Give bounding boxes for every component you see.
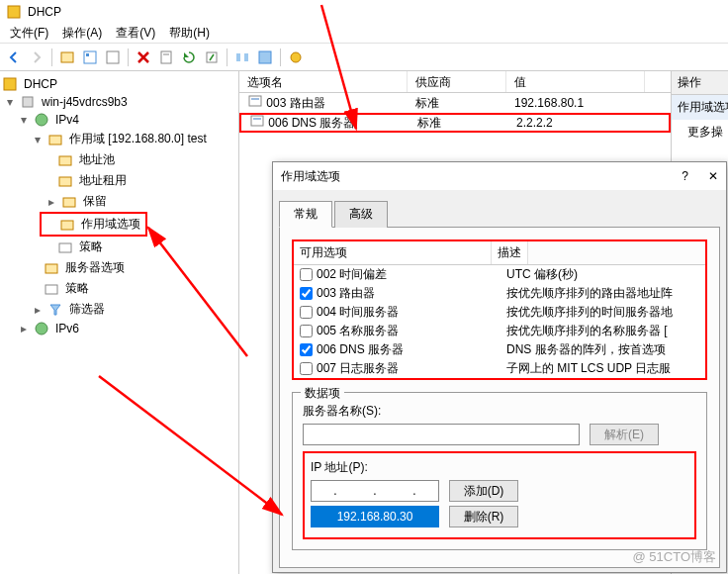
option-label: 007 日志服务器 [317, 360, 502, 377]
option-desc: 按优先顺序排列的路由器地址阵 [506, 285, 673, 302]
list-header: 选项名 供应商 值 [239, 71, 671, 93]
option-icon [247, 94, 263, 110]
tree-ipv6[interactable]: IPv6 [53, 321, 81, 336]
svg-rect-9 [244, 53, 248, 61]
tree-reservations[interactable]: 保留 [81, 192, 109, 211]
option-checkbox[interactable] [300, 287, 313, 300]
tab-strip: 常规 高级 [279, 200, 720, 228]
tree-scopeoptions[interactable]: 作用域选项 [79, 215, 142, 234]
actions-item2[interactable]: 更多操 [672, 120, 728, 144]
scope-icon [47, 132, 63, 147]
toolbar-icon-2[interactable] [80, 48, 100, 67]
svg-rect-13 [23, 97, 33, 107]
col-value[interactable]: 值 [506, 71, 645, 92]
option-checkbox[interactable] [300, 362, 313, 375]
tree-filters[interactable]: 筛选器 [67, 300, 107, 319]
expand-icon[interactable]: ▾ [4, 95, 16, 109]
help-button[interactable]: ? [682, 169, 688, 183]
ip-address-input[interactable]: ... [311, 480, 439, 502]
option-icon [249, 114, 265, 130]
menu-help[interactable]: 帮助(H) [163, 24, 216, 43]
server-name-input[interactable] [303, 424, 580, 445]
option-checkbox[interactable] [300, 306, 313, 319]
menu-file[interactable]: 文件(F) [4, 24, 54, 43]
option-label: 002 时间偏差 [317, 266, 502, 283]
folder-icon [57, 152, 73, 168]
option-row[interactable]: 005 名称服务器按优先顺序排列的名称服务器 [ [294, 322, 705, 340]
option-row[interactable]: 004 时间服务器按优先顺序排列的时间服务器地 [294, 303, 705, 322]
dialog-titlebar: 作用域选项 ? ✕ [273, 162, 726, 190]
option-label: 006 DNS 服务器 [317, 341, 502, 358]
ip-address-label: IP 地址(P): [311, 459, 688, 476]
tree-addresspool[interactable]: 地址池 [77, 150, 117, 169]
actions-item1[interactable]: 作用域选项 [672, 95, 728, 120]
tree-server[interactable]: win-j45vdrcs9b3 [40, 94, 130, 110]
option-row[interactable]: 002 时间偏差UTC 偏移(秒) [294, 265, 705, 284]
option-desc: 按优先顺序排列的名称服务器 [ [506, 323, 668, 339]
options-col2: 描述 [492, 241, 528, 264]
expand-icon[interactable]: ▸ [32, 303, 44, 317]
col-vendor[interactable]: 供应商 [408, 71, 506, 92]
options-list: 可用选项 描述 002 时间偏差UTC 偏移(秒)003 路由器按优先顺序排列的… [292, 239, 707, 380]
list-row-highlighted[interactable]: 006 DNS 服务器 标准 2.2.2.2 [239, 113, 671, 133]
resolve-button[interactable]: 解析(E) [590, 424, 659, 445]
ip-address-selected[interactable]: 192.168.80.30 [311, 506, 439, 527]
tree-policies2[interactable]: 策略 [63, 279, 91, 298]
tree-leases[interactable]: 地址租用 [77, 171, 129, 190]
folder-icon [61, 194, 77, 210]
expand-icon[interactable]: ▸ [46, 195, 57, 209]
toolbar-icon-4[interactable] [156, 48, 176, 67]
svg-rect-10 [259, 51, 271, 63]
add-button[interactable]: 添加(D) [449, 480, 518, 502]
ipv4-icon [34, 112, 49, 128]
tree-policies[interactable]: 策略 [77, 238, 105, 256]
expand-icon[interactable]: ▸ [18, 322, 30, 335]
option-label: 005 名称服务器 [317, 323, 502, 339]
option-row[interactable]: 006 DNS 服务器DNS 服务器的阵列，按首选项 [294, 340, 705, 359]
scope-options-dialog: 作用域选项 ? ✕ 常规 高级 可用选项 描述 002 时间偏差UTC 偏移(秒… [272, 161, 727, 573]
tree-ipv4[interactable]: IPv4 [53, 112, 81, 128]
dhcp-icon [2, 76, 18, 92]
option-checkbox[interactable] [300, 268, 313, 281]
tab-advanced[interactable]: 高级 [334, 201, 388, 228]
data-fieldset-title: 数据项 [301, 385, 344, 402]
tree-root[interactable]: DHCP [22, 76, 59, 92]
option-checkbox[interactable] [300, 343, 313, 356]
tab-general[interactable]: 常规 [279, 201, 332, 228]
tree-serveroptions[interactable]: 服务器选项 [63, 258, 127, 277]
back-button[interactable] [4, 48, 24, 67]
forward-button[interactable] [27, 48, 46, 67]
option-row[interactable]: 007 日志服务器子网上的 MIT LCS UDP 日志服 [294, 359, 705, 378]
svg-rect-8 [236, 53, 240, 61]
delete-button[interactable]: 删除(R) [449, 506, 518, 527]
svg-rect-15 [49, 136, 61, 144]
option-label: 003 路由器 [317, 285, 502, 302]
watermark: @ 51CTO博客 [633, 548, 716, 566]
expand-icon[interactable]: ▾ [32, 133, 44, 146]
export-button[interactable] [202, 48, 222, 67]
svg-rect-12 [4, 78, 16, 90]
col-name[interactable]: 选项名 [239, 71, 408, 92]
toolbar-icon-6[interactable] [255, 48, 275, 67]
svg-point-11 [291, 52, 301, 62]
toolbar-icon-1[interactable] [57, 48, 77, 67]
option-checkbox[interactable] [300, 325, 313, 337]
close-button[interactable]: ✕ [708, 169, 718, 183]
expand-icon[interactable]: ▾ [18, 113, 30, 127]
menu-view[interactable]: 查看(V) [110, 24, 161, 43]
app-icon [6, 4, 22, 20]
toolbar-icon-5[interactable] [232, 48, 252, 67]
delete-button[interactable] [134, 48, 153, 67]
option-row[interactable]: 003 路由器按优先顺序排列的路由器地址阵 [294, 284, 705, 303]
actions-header: 操作 [672, 71, 728, 95]
list-row[interactable]: 003 路由器 标准 192.168.80.1 [239, 93, 671, 113]
option-desc: 按优先顺序排列的时间服务器地 [506, 304, 673, 321]
folder-icon [44, 260, 59, 276]
tree-scope[interactable]: 作用域 [192.168.80.0] test [67, 130, 209, 148]
menu-action[interactable]: 操作(A) [56, 24, 108, 43]
option-desc: UTC 偏移(秒) [506, 266, 578, 283]
toolbar-icon-7[interactable] [286, 48, 306, 67]
toolbar-icon-3[interactable] [103, 48, 123, 67]
refresh-button[interactable] [179, 48, 199, 67]
ipv6-icon [34, 321, 49, 336]
